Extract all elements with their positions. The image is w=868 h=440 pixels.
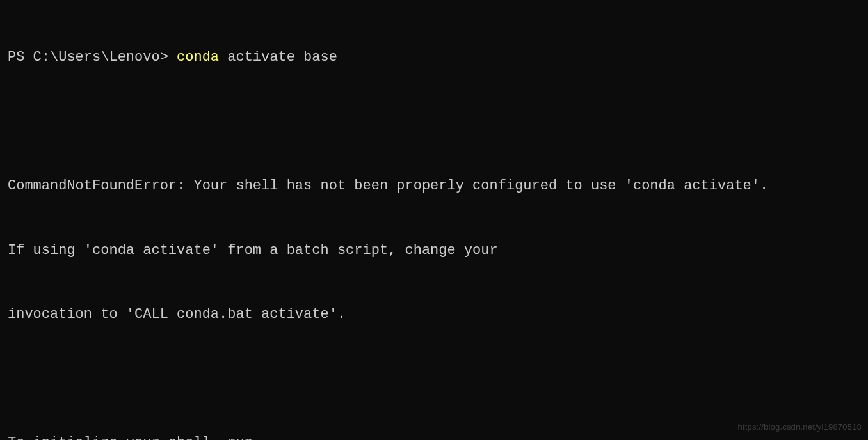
output-line: CommandNotFoundError: Your shell has not… bbox=[8, 175, 860, 197]
prompt-line: PS C:\Users\Lenovo> conda activate base bbox=[8, 47, 860, 68]
output-line bbox=[8, 111, 860, 133]
command-rest: activate base bbox=[219, 49, 337, 65]
output-line: To initialize your shell, run bbox=[8, 432, 860, 440]
output-line bbox=[8, 368, 860, 390]
output-line: If using 'conda activate' from a batch s… bbox=[8, 240, 860, 262]
output-line: invocation to 'CALL conda.bat activate'. bbox=[8, 304, 860, 326]
terminal-output[interactable]: PS C:\Users\Lenovo> conda activate base … bbox=[0, 0, 868, 440]
ps-prompt: PS C:\Users\Lenovo> bbox=[8, 49, 177, 65]
command-highlighted: conda bbox=[177, 49, 219, 65]
